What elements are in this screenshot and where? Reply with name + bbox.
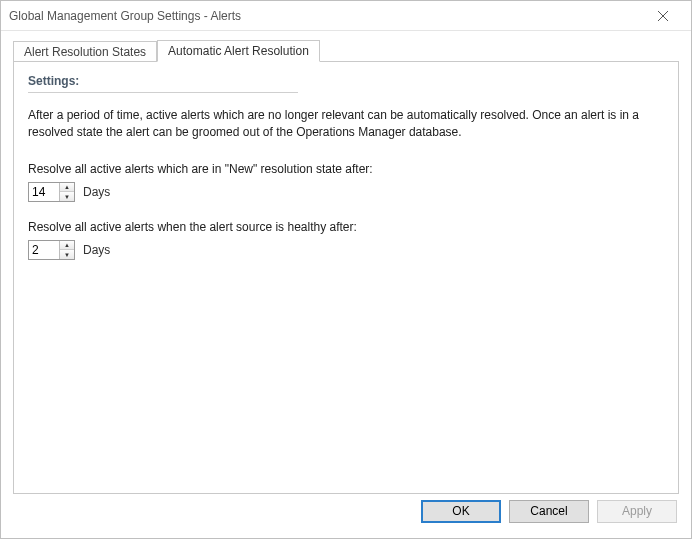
tab-strip: Alert Resolution States Automatic Alert …	[13, 37, 679, 61]
ok-button[interactable]: OK	[421, 500, 501, 523]
close-button[interactable]	[643, 2, 683, 30]
tab-automatic-alert-resolution[interactable]: Automatic Alert Resolution	[157, 40, 320, 62]
healthy-source-unit: Days	[83, 243, 110, 257]
healthy-source-spinner-buttons: ▲ ▼	[59, 241, 74, 259]
titlebar: Global Management Group Settings - Alert…	[1, 1, 691, 31]
button-bar: OK Cancel Apply	[1, 494, 691, 538]
cancel-button[interactable]: Cancel	[509, 500, 589, 523]
new-state-spinner-buttons: ▲ ▼	[59, 183, 74, 201]
new-state-label: Resolve all active alerts which are in "…	[28, 162, 664, 176]
close-icon	[658, 11, 668, 21]
dialog-window: Global Management Group Settings - Alert…	[0, 0, 692, 539]
healthy-source-row: ▲ ▼ Days	[28, 240, 664, 260]
healthy-source-input[interactable]	[29, 241, 59, 259]
tab-alert-resolution-states[interactable]: Alert Resolution States	[13, 41, 157, 62]
healthy-source-down-button[interactable]: ▼	[60, 250, 74, 259]
new-state-up-button[interactable]: ▲	[60, 183, 74, 193]
settings-heading: Settings:	[28, 74, 664, 88]
new-state-input[interactable]	[29, 183, 59, 201]
settings-description: After a period of time, active alerts wh…	[28, 107, 648, 142]
apply-button: Apply	[597, 500, 677, 523]
dialog-body: Alert Resolution States Automatic Alert …	[1, 31, 691, 494]
tab-panel: Settings: After a period of time, active…	[13, 61, 679, 494]
new-state-unit: Days	[83, 185, 110, 199]
healthy-source-up-button[interactable]: ▲	[60, 241, 74, 251]
window-title: Global Management Group Settings - Alert…	[9, 9, 643, 23]
healthy-source-spinner: ▲ ▼	[28, 240, 75, 260]
new-state-row: ▲ ▼ Days	[28, 182, 664, 202]
new-state-spinner: ▲ ▼	[28, 182, 75, 202]
settings-divider	[28, 92, 298, 93]
healthy-source-label: Resolve all active alerts when the alert…	[28, 220, 664, 234]
new-state-down-button[interactable]: ▼	[60, 192, 74, 201]
